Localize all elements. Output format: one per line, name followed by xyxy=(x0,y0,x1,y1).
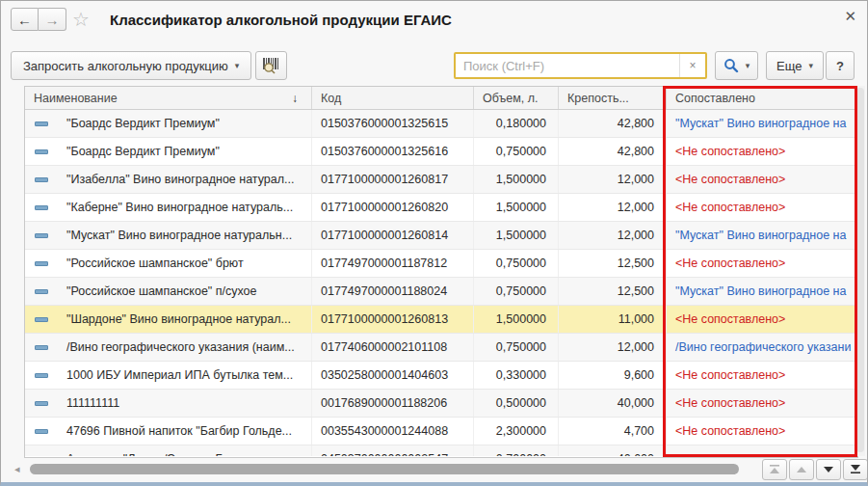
forward-button[interactable]: → xyxy=(39,8,66,31)
cell-matched: "Мускат" Вино виноградное на xyxy=(667,110,857,137)
list-item-dash-icon xyxy=(35,345,48,350)
cell-name: "Изабелла" Вино виноградное натурал... xyxy=(58,166,312,193)
cell-volume: 0,750000 xyxy=(474,278,559,305)
cell-matched: <Не сопоставлено> xyxy=(667,194,857,221)
search-clear-icon[interactable]: × xyxy=(679,54,705,77)
table-row[interactable]: "Российское шампанское" п/сухое017749700… xyxy=(25,278,857,306)
scroll-up-button[interactable] xyxy=(789,459,814,480)
list-item-dash-icon xyxy=(35,233,48,238)
column-header-matched[interactable]: Сопоставлено xyxy=(667,87,857,109)
scroll-up-icon xyxy=(796,466,807,473)
cell-strength: 12,500 xyxy=(559,278,667,305)
cell-code: 0177100000001260813 xyxy=(312,306,474,333)
scroll-top-icon xyxy=(769,465,780,474)
cell-code: 0177406000002101108 xyxy=(312,334,474,361)
cell-code: 0150376000001325615 xyxy=(312,110,474,137)
table-row[interactable]: 11111111100176890000011882060,50000040,0… xyxy=(25,390,857,418)
cell-volume: 0,180000 xyxy=(474,110,559,137)
cell-strength: 4,700 xyxy=(559,418,667,445)
cell-name: "Боардс Вердикт Премиум" xyxy=(58,110,312,137)
vertical-scrollbar[interactable] xyxy=(855,86,865,456)
scroll-bottom-icon xyxy=(850,465,861,474)
title-bar: ← → ☆ Классификатор алкогольной продукци… xyxy=(1,1,867,45)
table-row[interactable]: "Боардс Вердикт Премиум"0150376000001325… xyxy=(25,138,857,166)
table-header-row: Наименование ↓ Код Объем, л. Крепость...… xyxy=(25,87,857,110)
more-button[interactable]: Еще ▾ xyxy=(766,51,824,80)
cell-matched: <Не сопоставлено> xyxy=(667,306,857,333)
table-row[interactable]: "Боардс Вердикт Премиум"0150376000001325… xyxy=(25,110,857,138)
cell-matched: <Не сопоставлено> xyxy=(667,362,857,389)
scroll-to-bottom-button[interactable] xyxy=(843,459,868,480)
help-button[interactable]: ? xyxy=(826,51,855,80)
cell-name: Аперитив "Лимон/Элегант Б... xyxy=(58,446,312,456)
cell-volume: 0,750000 xyxy=(474,138,559,165)
scroll-down-button[interactable] xyxy=(816,459,841,480)
list-item-dash-icon xyxy=(35,289,48,294)
horizontal-scrollbar-thumb[interactable] xyxy=(30,464,739,474)
cell-strength: 42,800 xyxy=(559,110,667,137)
cell-name: "Российское шампанское" п/сухое xyxy=(58,278,312,305)
cell-name: "Шардоне" Вино виноградное натурал... xyxy=(58,306,312,333)
list-item-dash-icon xyxy=(35,373,48,378)
cell-strength: 12,500 xyxy=(559,250,667,277)
more-label: Еще xyxy=(776,59,802,73)
cell-strength: 9,600 xyxy=(559,362,667,389)
cell-code: 0177100000001260820 xyxy=(312,194,474,221)
search-options-button[interactable]: ▾ xyxy=(715,51,758,80)
cell-matched: <Не сопоставлено> xyxy=(667,250,857,277)
cell-matched: <Не сопоставлено> xyxy=(667,418,857,445)
cell-strength: 12,000 xyxy=(559,334,667,361)
row-marker-cell xyxy=(25,166,58,193)
cell-name: 47696 Пивной напиток "Багбир Гольде... xyxy=(58,418,312,445)
favorite-star-icon[interactable]: ☆ xyxy=(72,10,90,29)
cell-code: 0150376000001325616 xyxy=(312,138,474,165)
bottom-scroll-area: ◂ xyxy=(1,458,867,483)
barcode-scan-button[interactable] xyxy=(255,51,287,80)
cell-matched: "Мускат" Вино виноградное на xyxy=(667,278,857,305)
table-row[interactable]: /Вино географического указания (наим...0… xyxy=(25,334,857,362)
cell-volume: 1,500000 xyxy=(474,166,559,193)
back-button[interactable]: ← xyxy=(11,8,39,31)
list-item-dash-icon xyxy=(35,149,48,154)
list-item-dash-icon xyxy=(35,317,48,322)
table-row[interactable]: "Шардоне" Вино виноградное натурал...017… xyxy=(25,306,857,334)
row-marker-cell xyxy=(25,390,58,417)
row-marker-cell xyxy=(25,446,58,456)
scroll-left-icon[interactable]: ◂ xyxy=(14,463,20,475)
forward-arrow-icon: → xyxy=(45,12,60,28)
row-marker-cell xyxy=(25,194,58,221)
row-marker-cell xyxy=(25,138,58,165)
table-row[interactable]: 1000 ИБУ Империал ИПА бутылка тем...0350… xyxy=(25,362,857,390)
table-row[interactable]: "Российское шампанское" брют017749700000… xyxy=(25,250,857,278)
cell-volume: 1,500000 xyxy=(474,222,559,249)
search-input[interactable] xyxy=(456,54,679,77)
chevron-down-icon: ▾ xyxy=(808,61,813,70)
column-header-name[interactable]: Наименование ↓ xyxy=(25,87,312,109)
request-alcohol-button[interactable]: Запросить алкогольную продукцию ▾ xyxy=(11,51,251,80)
column-header-volume[interactable]: Объем, л. xyxy=(474,87,559,109)
cell-volume: 0,500000 xyxy=(474,390,559,417)
app-window: ← → ☆ Классификатор алкогольной продукци… xyxy=(0,0,868,486)
table-row[interactable]: Аперитив "Лимон/Элегант Б...045037000000… xyxy=(25,446,857,456)
table-row[interactable]: "Изабелла" Вино виноградное натурал...01… xyxy=(25,166,857,194)
row-marker-cell xyxy=(25,110,58,137)
table-row[interactable]: "Мускат" Вино виноградное натуральн...01… xyxy=(25,222,857,250)
cell-volume: 0,750000 xyxy=(474,250,559,277)
cell-matched: <Не сопоставлено> xyxy=(667,166,857,193)
scroll-to-top-button[interactable] xyxy=(762,459,787,480)
vertical-scrollbar-thumb[interactable] xyxy=(856,88,864,452)
cell-code: 0177100000001260817 xyxy=(312,166,474,193)
page-title: Классификатор алкогольной продукции ЕГАИ… xyxy=(110,12,452,28)
list-item-dash-icon xyxy=(35,177,48,182)
column-header-code[interactable]: Код xyxy=(312,87,474,109)
barcode-icon xyxy=(262,57,280,74)
scroll-down-icon xyxy=(823,466,834,473)
close-icon[interactable]: ✕ xyxy=(844,9,856,23)
row-marker-cell xyxy=(25,250,58,277)
cell-volume: 2,300000 xyxy=(474,418,559,445)
column-header-strength[interactable]: Крепость... xyxy=(559,87,667,109)
cell-name: "Каберне" Вино виноградное натураль... xyxy=(58,194,312,221)
cell-code: 0177100000001260814 xyxy=(312,222,474,249)
table-row[interactable]: 47696 Пивной напиток "Багбир Гольде...00… xyxy=(25,418,857,446)
table-row[interactable]: "Каберне" Вино виноградное натураль...01… xyxy=(25,194,857,222)
